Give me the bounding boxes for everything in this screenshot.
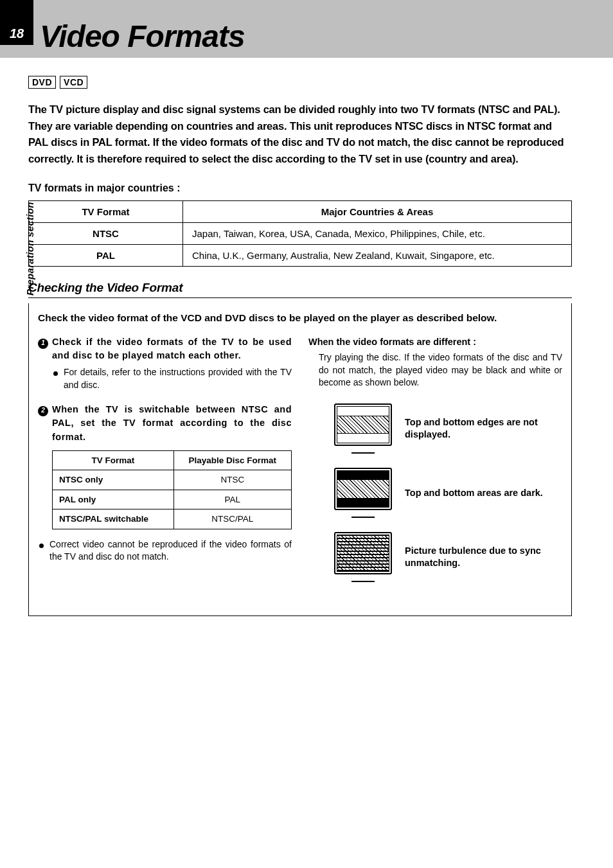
step-title: When the TV is switchable between NTSC a… (52, 403, 292, 443)
checking-box: Check the video format of the VCD and DV… (28, 303, 572, 616)
bullet: For details, refer to the instructions p… (52, 366, 292, 391)
table-row: NTSC Japan, Taiwan, Korea, USA, Canada, … (29, 223, 572, 245)
section-tab-label: Preparation section (24, 202, 35, 296)
cell-tv: NTSC only (53, 470, 174, 490)
bullet-text: Correct video cannot be reproduced if th… (49, 538, 292, 563)
bullet-icon (38, 538, 49, 563)
formats-table: TV Format Major Countries & Areas NTSC J… (28, 200, 572, 267)
cell-areas: China, U.K., Germany, Australia, New Zea… (183, 245, 572, 267)
right-column: When the video formats are different : T… (308, 335, 562, 596)
table-header-row: TV Format Major Countries & Areas (29, 201, 572, 223)
step-number-icon: 1 (38, 335, 52, 396)
page-number: 18 (0, 0, 33, 45)
cell-tv: NTSC/PAL switchable (53, 509, 174, 529)
format-badges: DVD VCD (28, 76, 572, 89)
right-paragraph: Try playing the disc. If the video forma… (308, 351, 562, 389)
cell-areas: Japan, Taiwan, Korea, USA, Canada, Mexic… (183, 223, 572, 245)
symptom-row: Picture turbulence due to sync unmatchin… (308, 532, 562, 582)
badge-vcd: VCD (60, 76, 87, 89)
col-header: TV Format (53, 450, 174, 470)
cell-disc: NTSC (173, 470, 291, 490)
bullet-icon (52, 366, 64, 391)
symptom-row: Top and bottom edges are not displayed. (308, 403, 562, 454)
intro-paragraph: The TV picture display and disc signal s… (28, 102, 572, 167)
step-2: 2 When the TV is switchable between NTSC… (38, 403, 292, 568)
table-header-row: TV Format Playable Disc Format (53, 450, 292, 470)
col-header: Major Countries & Areas (183, 201, 572, 223)
bullet-text: For details, refer to the instructions p… (64, 366, 292, 391)
step-title: Check if the video formats of the TV to … (52, 335, 292, 362)
cell-disc: PAL (173, 490, 291, 509)
tv-icon (334, 532, 392, 582)
playable-table: TV Format Playable Disc Format NTSC only… (52, 450, 292, 529)
cell-format: PAL (29, 245, 183, 267)
col-header: Playable Disc Format (173, 450, 291, 470)
content: DVD VCD The TV picture display and disc … (0, 58, 613, 616)
tv-icon (334, 468, 392, 518)
badge-dvd: DVD (28, 76, 56, 89)
cell-format: NTSC (29, 223, 183, 245)
cell-disc: NTSC/PAL (173, 509, 291, 529)
table-row: NTSC only NTSC (53, 470, 292, 490)
step-1: 1 Check if the video formats of the TV t… (38, 335, 292, 396)
page: 18 Video Formats Preparation section DVD… (0, 0, 613, 868)
left-column: 1 Check if the video formats of the TV t… (38, 335, 292, 596)
columns: 1 Check if the video formats of the TV t… (38, 335, 562, 596)
page-title: Video Formats (17, 19, 245, 58)
table-row: PAL China, U.K., Germany, Australia, New… (29, 245, 572, 267)
symptom-caption: Top and bottom edges are not displayed. (405, 416, 562, 441)
formats-heading: TV formats in major countries : (28, 182, 572, 194)
section-heading: Checking the Video Format (28, 281, 572, 298)
cell-tv: PAL only (53, 490, 174, 509)
right-heading: When the video formats are different : (308, 335, 562, 349)
table-row: NTSC/PAL switchable NTSC/PAL (53, 509, 292, 529)
symptom-caption: Picture turbulence due to sync unmatchin… (405, 545, 562, 569)
bullet: Correct video cannot be reproduced if th… (38, 538, 292, 563)
table-row: PAL only PAL (53, 490, 292, 509)
symptom-row: Top and bottom areas are dark. (308, 468, 562, 518)
tv-icon (334, 403, 392, 454)
section-lead: Check the video format of the VCD and DV… (38, 312, 562, 324)
header-band: 18 Video Formats (0, 0, 613, 58)
symptom-caption: Top and bottom areas are dark. (405, 487, 543, 499)
col-header: TV Format (29, 201, 183, 223)
